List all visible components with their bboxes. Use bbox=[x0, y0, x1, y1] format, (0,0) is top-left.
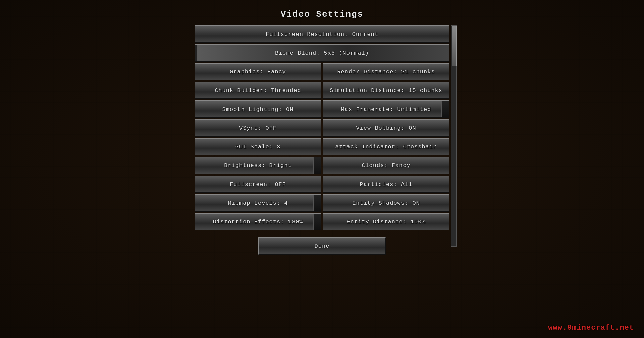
done-button[interactable]: Done bbox=[258, 237, 386, 255]
simulation-distance-button[interactable]: Simulation Distance: 15 chunks bbox=[323, 82, 449, 99]
row-fullscreen-particles: Fullscreen: OFF Particles: All bbox=[195, 176, 449, 193]
smooth-lighting-button[interactable]: Smooth Lighting: ON bbox=[195, 100, 321, 118]
chunk-builder-button[interactable]: Chunk Builder: Threaded bbox=[195, 82, 321, 99]
graphics-button[interactable]: Graphics: Fancy bbox=[195, 63, 321, 80]
brightness-button[interactable]: Brightness: Bright bbox=[195, 157, 321, 174]
watermark: www.9minecraft.net bbox=[548, 324, 634, 332]
attack-indicator-button[interactable]: Attack Indicator: Crosshair bbox=[323, 138, 449, 155]
row-distortion-entity-distance: Distortion Effects: 100% Entity Distance… bbox=[195, 213, 449, 230]
mipmap-slider-indicator bbox=[313, 195, 321, 211]
row-vsync-bobbing: VSync: OFF View Bobbing: ON bbox=[195, 119, 449, 137]
max-framerate-button[interactable]: Max Framerate: Unlimited bbox=[323, 100, 449, 118]
entity-distance-button[interactable]: Entity Distance: 100% bbox=[323, 213, 449, 230]
gui-scale-button[interactable]: GUI Scale: 3 bbox=[195, 138, 321, 155]
brightness-slider-indicator bbox=[313, 157, 321, 174]
page-title: Video Settings bbox=[281, 9, 363, 19]
biome-blend-row: Biome Blend: 5x5 (Normal) bbox=[195, 44, 449, 62]
row-smooth-framerate: Smooth Lighting: ON Max Framerate: Unlim… bbox=[195, 100, 449, 118]
row-mipmap-shadows: Mipmap Levels: 4 Entity Shadows: ON bbox=[195, 194, 449, 212]
mipmap-levels-button[interactable]: Mipmap Levels: 4 bbox=[195, 194, 321, 212]
page-container: Video Settings Fullscreen Resolution: Cu… bbox=[0, 0, 644, 338]
row-chunk-simulation: Chunk Builder: Threaded Simulation Dista… bbox=[195, 82, 449, 99]
scrollbar-thumb[interactable] bbox=[452, 26, 457, 66]
fullscreen-button[interactable]: Fullscreen: OFF bbox=[195, 176, 321, 193]
fullscreen-resolution-row: Fullscreen Resolution: Current bbox=[195, 25, 449, 43]
particles-button[interactable]: Particles: All bbox=[323, 176, 449, 193]
entity-shadows-button[interactable]: Entity Shadows: ON bbox=[323, 194, 449, 212]
fullscreen-resolution-button[interactable]: Fullscreen Resolution: Current bbox=[195, 25, 449, 43]
settings-panel: Fullscreen Resolution: Current Biome Ble… bbox=[195, 25, 449, 232]
row-graphics-render: Graphics: Fancy Render Distance: 21 chun… bbox=[195, 63, 449, 80]
clouds-button[interactable]: Clouds: Fancy bbox=[323, 157, 449, 174]
scrollbar[interactable] bbox=[451, 25, 457, 247]
row-gui-attack: GUI Scale: 3 Attack Indicator: Crosshair bbox=[195, 138, 449, 155]
vsync-button[interactable]: VSync: OFF bbox=[195, 119, 321, 137]
biome-blend-button[interactable]: Biome Blend: 5x5 (Normal) bbox=[195, 44, 449, 62]
row-brightness-clouds: Brightness: Bright Clouds: Fancy bbox=[195, 157, 449, 174]
render-distance-button[interactable]: Render Distance: 21 chunks bbox=[323, 63, 449, 80]
view-bobbing-button[interactable]: View Bobbing: ON bbox=[323, 119, 449, 137]
distortion-effects-button[interactable]: Distortion Effects: 100% bbox=[195, 213, 321, 230]
framerate-slider-indicator bbox=[441, 101, 449, 117]
distortion-slider-indicator bbox=[313, 214, 321, 230]
